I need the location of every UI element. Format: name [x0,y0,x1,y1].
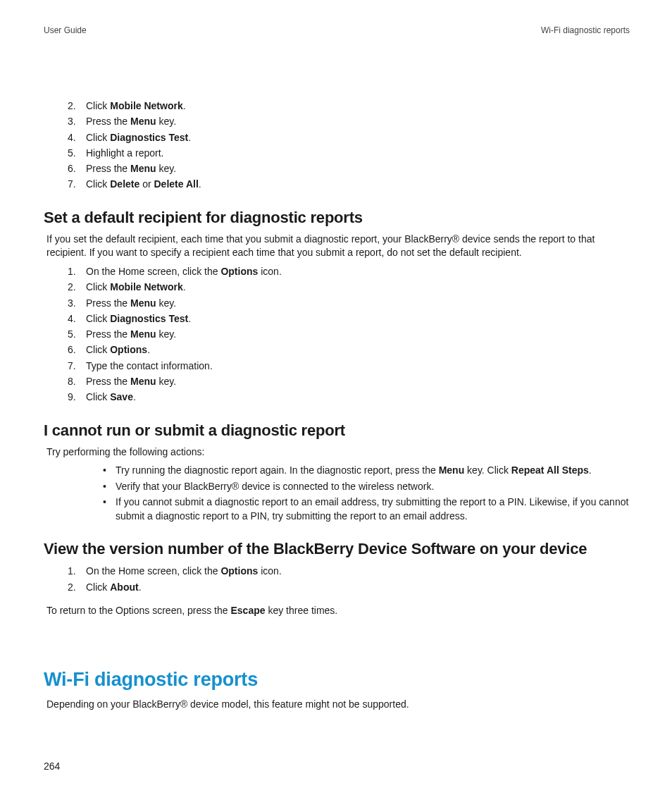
chapter-heading-wifi: Wi-Fi diagnostic reports [44,669,630,691]
list-item: 2.Click Mobile Network. [68,99,630,113]
list-item: 6.Click Options. [68,343,630,357]
step-text: Press the Menu key. [86,297,176,309]
step-text: Press the Menu key. [86,376,176,387]
list-item: 4.Click Diagnostics Test. [68,312,630,326]
step-text: Press the Menu key. [86,163,176,174]
list-item: 2.Click About. [68,580,630,594]
step-text: Click About. [86,581,142,593]
body-text: Try performing the following actions: [46,445,630,460]
list-item: 2.Click Mobile Network. [68,280,630,294]
step-text: Highlight a report. [86,147,164,159]
steps-top: 2.Click Mobile Network. 3.Press the Menu… [44,99,630,192]
list-item: 3.Press the Menu key. [68,114,630,128]
body-text: To return to the Options screen, press t… [46,604,630,618]
step-text: Click Delete or Delete All. [86,178,201,190]
list-item: If you cannot submit a diagnostic report… [103,495,630,524]
list-item: 5.Highlight a report. [68,146,630,160]
steps-default-recipient: 1.On the Home screen, click the Options … [44,264,630,405]
list-item: Verify that your BlackBerry® device is c… [103,479,630,493]
document-page: User Guide Wi-Fi diagnostic reports 2.Cl… [0,0,672,807]
list-item: 6.Press the Menu key. [68,161,630,175]
section-heading-cannot-run: I cannot run or submit a diagnostic repo… [44,421,630,440]
section-heading-default-recipient: Set a default recipient for diagnostic r… [44,209,630,227]
step-text: Click Mobile Network. [86,281,186,292]
list-item: 7.Click Delete or Delete All. [68,177,630,191]
step-text: Press the Menu key. [86,116,176,127]
list-item: 7.Type the contact information. [68,359,630,373]
step-text: Type the contact information. [86,360,213,371]
section-heading-version: View the version number of the BlackBerr… [44,540,630,558]
step-text: Click Options. [86,344,150,355]
body-text: If you set the default recipient, each t… [46,233,630,260]
step-text: Press the Menu key. [86,328,176,340]
bullets-cannot-run: Try running the diagnostic report again.… [44,463,630,523]
page-header: User Guide Wi-Fi diagnostic reports [44,25,630,35]
step-text: Click Mobile Network. [86,100,186,111]
page-number: 264 [44,760,60,772]
list-item: 8.Press the Menu key. [68,374,630,388]
bullet-text: Try running the diagnostic report again.… [116,464,592,476]
header-right: Wi-Fi diagnostic reports [541,25,630,35]
step-text: Click Diagnostics Test. [86,132,191,143]
step-text: Click Diagnostics Test. [86,313,191,324]
step-text: On the Home screen, click the Options ic… [86,266,282,277]
step-text: Click Save. [86,391,136,402]
list-item: Try running the diagnostic report again.… [103,463,630,477]
bullet-text: If you cannot submit a diagnostic report… [116,496,628,522]
list-item: 9.Click Save. [68,390,630,404]
step-text: On the Home screen, click the Options ic… [86,565,282,577]
list-item: 1.On the Home screen, click the Options … [68,264,630,278]
steps-version: 1.On the Home screen, click the Options … [44,564,630,594]
body-text: Depending on your BlackBerry® device mod… [46,698,630,712]
list-item: 4.Click Diagnostics Test. [68,130,630,144]
header-left: User Guide [44,25,87,35]
list-item: 1.On the Home screen, click the Options … [68,564,630,578]
bullet-text: Verify that your BlackBerry® device is c… [116,481,434,492]
list-item: 3.Press the Menu key. [68,296,630,310]
list-item: 5.Press the Menu key. [68,327,630,341]
